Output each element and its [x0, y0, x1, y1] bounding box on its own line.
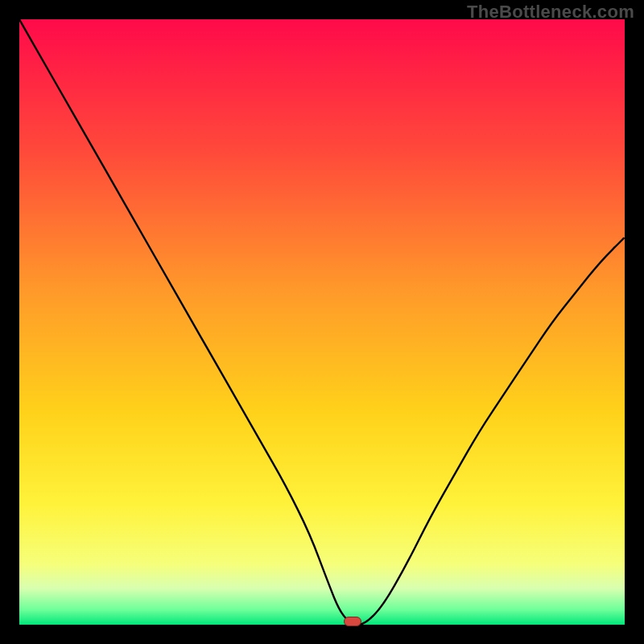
plot-svg — [19, 19, 625, 625]
chart-frame: TheBottleneck.com — [0, 0, 644, 644]
watermark-text: TheBottleneck.com — [467, 2, 634, 23]
plot-area — [19, 19, 625, 625]
optimal-point-marker — [344, 617, 361, 626]
gradient-background — [19, 19, 625, 625]
